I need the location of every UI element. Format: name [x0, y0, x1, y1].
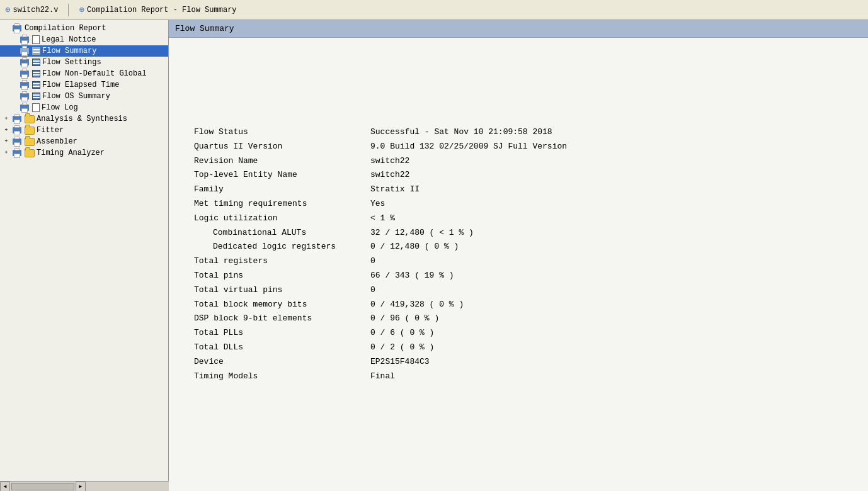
grid-icon	[32, 81, 40, 89]
row-value: < 1 %	[370, 212, 395, 225]
sidebar-label: Flow Log	[42, 103, 78, 112]
folder-icon	[25, 149, 35, 157]
report-title: Compilation Report - Flow Summary	[87, 6, 237, 14]
table-row: Flow StatusSuccessful - Sat Nov 10 21:09…	[194, 126, 843, 139]
table-row: Revision Nameswitch22	[194, 155, 843, 168]
sidebar-item-flow-elapsed-time[interactable]: Flow Elapsed Time	[0, 79, 168, 91]
folder-icon	[25, 115, 35, 123]
table-row: Total pins66 / 343 ( 19 % )	[194, 269, 843, 283]
sidebar-label: Analysis & Synthesis	[37, 115, 127, 123]
row-label: Total PLLs	[194, 327, 370, 340]
table-row: Top-level Entity Nameswitch22	[194, 169, 843, 182]
table-row: Total PLLs0 / 6 ( 0 % )	[194, 327, 843, 340]
row-value: 0 / 419,328 ( 0 % )	[370, 298, 464, 312]
expand-icon	[10, 59, 18, 66]
printer-icon	[19, 46, 30, 56]
printer-icon	[19, 103, 30, 113]
sidebar-item-flow-os-summary[interactable]: Flow OS Summary	[0, 91, 168, 102]
title-bar: ⊕ switch22.v ⊕ Compilation Report - Flow…	[0, 0, 868, 20]
table-row: Total DLLs0 / 2 ( 0 % )	[194, 341, 843, 354]
sidebar-label: Flow Settings	[42, 58, 101, 67]
sidebar-item-legal-notice[interactable]: Legal Notice	[0, 34, 168, 45]
printer-icon	[19, 57, 30, 67]
scroll-right-arrow[interactable]: ▶	[76, 482, 86, 492]
row-value: switch22	[370, 155, 409, 168]
sidebar-label: Fitter	[37, 126, 64, 135]
row-label: Quartus II Version	[194, 140, 370, 154]
printer-icon	[19, 80, 30, 90]
row-value: 32 / 12,480 ( < 1 % )	[370, 227, 474, 240]
printer-icon	[19, 35, 30, 45]
sidebar-item-compilation-report[interactable]: Compilation Report	[0, 23, 168, 34]
sidebar-item-flow-settings[interactable]: Flow Settings	[0, 57, 168, 68]
report-tab[interactable]: ⊕ Compilation Report - Flow Summary	[79, 4, 236, 15]
printer-icon	[19, 91, 30, 101]
row-value: 0 / 6 ( 0 % )	[370, 327, 434, 340]
expand-icon	[10, 47, 18, 55]
table-row: Logic utilization< 1 %	[194, 212, 843, 225]
main-layout: Compilation Report Legal Notice	[0, 20, 868, 491]
printer-icon	[11, 125, 23, 135]
sidebar-label: Assembler	[37, 137, 77, 146]
expand-icon: +	[3, 149, 10, 157]
table-row: Dedicated logic registers0 / 12,480 ( 0 …	[194, 240, 843, 254]
sidebar-item-flow-non-default[interactable]: Flow Non-Default Global	[0, 68, 168, 79]
panel-title: Flow Summary	[175, 24, 234, 33]
scrollbar-thumb[interactable]	[11, 483, 74, 490]
file-name: switch22.v	[13, 6, 58, 14]
report-icon: ⊕	[79, 4, 84, 15]
sidebar-label: Flow Summary	[42, 47, 96, 55]
row-value: 9.0 Build 132 02/25/2009 SJ Full Version	[370, 140, 567, 154]
row-label: Total pins	[194, 269, 370, 283]
table-row: FamilyStratix II	[194, 183, 843, 196]
sidebar-item-assembler[interactable]: + Assembler	[0, 136, 168, 147]
table-row: Total block memory bits0 / 419,328 ( 0 %…	[194, 298, 843, 312]
row-label: Flow Status	[194, 126, 370, 139]
sidebar-item-analysis-synthesis[interactable]: + Analysis & Synthesis	[0, 113, 168, 125]
table-row: Total registers0	[194, 255, 843, 268]
grid-icon	[32, 93, 40, 100]
row-label: Combinational ALUTs	[194, 227, 370, 240]
panel-content: Flow StatusSuccessful - Sat Nov 10 21:09…	[169, 38, 868, 397]
scroll-left-arrow[interactable]: ◀	[0, 482, 10, 492]
grid-icon	[32, 47, 40, 55]
table-row: Met timing requirementsYes	[194, 198, 843, 211]
folder-icon	[25, 138, 35, 146]
printer-icon	[11, 137, 23, 147]
table-row: DeviceEP2S15F484C3	[194, 356, 843, 369]
doc-icon	[32, 103, 40, 112]
sidebar-item-fitter[interactable]: + Fitter	[0, 125, 168, 136]
sidebar-item-timing-analyzer[interactable]: + Timing Analyzer	[0, 147, 168, 159]
row-label: Top-level Entity Name	[194, 169, 370, 182]
expand-icon: +	[3, 127, 10, 134]
row-value: Successful - Sat Nov 10 21:09:58 2018	[370, 126, 552, 139]
row-label: Timing Models	[194, 370, 370, 383]
row-value: 0 / 96 ( 0 % )	[370, 312, 439, 325]
row-value: 0	[370, 255, 375, 268]
row-label: Family	[194, 183, 370, 196]
expand-icon: +	[3, 138, 10, 145]
left-panel-scrollbar[interactable]: ◀ ▶	[0, 481, 169, 491]
file-icon: ⊕	[5, 4, 10, 15]
expand-icon	[10, 36, 18, 43]
expand-icon	[10, 81, 18, 89]
sidebar-item-flow-log[interactable]: Flow Log	[0, 102, 168, 113]
printer-icon	[19, 69, 30, 79]
table-row: DSP block 9-bit elements0 / 96 ( 0 % )	[194, 312, 843, 325]
sidebar-item-flow-summary[interactable]: Flow Summary	[0, 45, 168, 57]
file-tab[interactable]: ⊕ switch22.v	[5, 4, 58, 15]
sidebar-label: Legal Notice	[42, 35, 96, 44]
row-label: Total registers	[194, 255, 370, 268]
row-label: Total block memory bits	[194, 298, 370, 312]
row-value: 0 / 12,480 ( 0 % )	[370, 240, 459, 254]
row-label: Device	[194, 356, 370, 369]
left-panel: Compilation Report Legal Notice	[0, 20, 169, 491]
table-row: Timing ModelsFinal	[194, 370, 843, 383]
row-value: EP2S15F484C3	[370, 356, 430, 369]
row-value: Yes	[370, 198, 385, 211]
sidebar-label: Flow Elapsed Time	[42, 81, 119, 89]
row-label: Logic utilization	[194, 212, 370, 225]
sidebar-label: Compilation Report	[25, 24, 106, 33]
row-value: switch22	[370, 169, 409, 182]
sidebar-label: Flow OS Summary	[42, 92, 110, 101]
